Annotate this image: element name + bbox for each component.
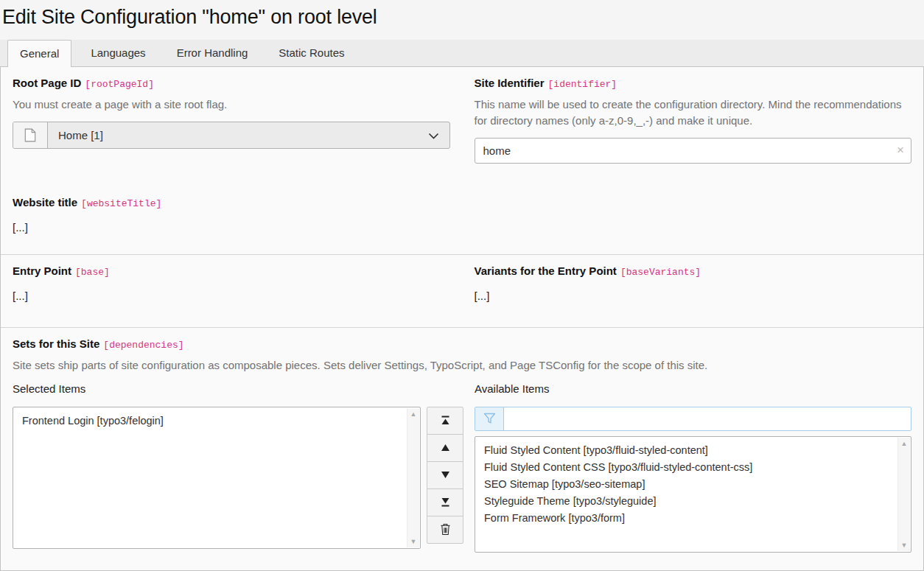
sets-label-text: Sets for this Site [13,337,99,350]
available-item[interactable]: Fluid Styled Content CSS [typo3/fluid-st… [475,459,911,476]
available-items-listbox[interactable]: Fluid Styled Content [typo3/fluid-styled… [475,436,911,553]
selected-item[interactable]: Frontend Login [typo3/felogin] [13,407,420,430]
move-down-button[interactable] [427,461,463,489]
entry-point-code: [base] [75,267,110,278]
entry-point-collapsed: [...] [13,290,450,302]
move-to-top-icon [441,416,450,425]
site-identifier-code: [identifier] [548,79,617,90]
site-identifier-label: Site Identifier[identifier] [475,77,912,90]
scroll-down-icon[interactable]: ▼ [410,538,417,545]
root-page-select[interactable]: Home [1] [13,122,450,149]
delete-button[interactable] [427,516,463,544]
move-to-bottom-button[interactable] [427,488,463,516]
tab-general[interactable]: General [7,40,71,67]
root-page-id-code: [rootPageId] [85,79,154,90]
site-identifier-description: This name will be used to create the con… [475,97,912,129]
trash-icon [440,523,451,536]
website-title-label: Website title[websiteTitle] [13,196,450,209]
available-items-filter-input[interactable] [504,407,911,430]
selected-items-column: Selected Items Frontend Login [typo3/fel… [13,382,421,549]
list-controls-column [427,382,463,544]
tab-error-handling[interactable]: Error Handling [165,40,260,66]
root-page-select-value: Home [1] [58,129,103,141]
scroll-up-icon[interactable]: ▲ [410,410,417,418]
root-page-id-label: Root Page ID[rootPageId] [13,77,450,90]
field-entry-point: Entry Point[base] [...] [13,265,450,318]
move-to-bottom-icon [441,497,450,507]
sets-code: [dependencies] [103,340,183,351]
base-variants-label-text: Variants for the Entry Point [475,265,617,277]
scroll-down-icon[interactable]: ▼ [901,542,908,549]
move-up-button[interactable] [427,434,463,462]
list-control-buttons [427,407,463,544]
website-title-collapsed: [...] [13,221,450,234]
field-site-identifier: Site Identifier[identifier] This name wi… [475,77,912,174]
root-page-id-description: You must create a page with a site root … [13,97,450,113]
available-items-header: Available Items [475,382,911,400]
sets-description: Site sets ship parts of site configurati… [13,357,911,374]
root-page-select-value-row: Home [1] [48,122,449,148]
clear-input-icon[interactable]: × [897,142,904,158]
selected-items-listbox[interactable]: Frontend Login [typo3/felogin] ▲ ▼ [13,407,421,549]
base-variants-code: [baseVariants] [620,267,701,278]
filter-icon [475,407,504,430]
move-to-top-button[interactable] [427,407,463,435]
website-title-label-text: Website title [13,196,77,209]
available-item[interactable]: Styleguide Theme [typo3/styleguide] [475,493,911,510]
site-identifier-input[interactable] [475,138,912,164]
selected-list-scrollbar[interactable]: ▲ ▼ [407,408,419,547]
move-up-icon [441,444,450,452]
sets-label: Sets for this Site[dependencies] [13,337,911,351]
sets-columns: Selected Items Frontend Login [typo3/fel… [13,382,911,553]
available-items-column: Available Items Fluid Styled Content [ty… [475,382,911,553]
base-variants-collapsed: [...] [475,290,912,302]
website-title-code: [websiteTitle] [81,198,161,209]
tab-bar: General Languages Error Handling Static … [0,40,924,67]
available-items-list: Fluid Styled Content [typo3/fluid-styled… [475,437,911,527]
section-sets: Sets for this Site[dependencies] Site se… [1,328,923,570]
page-title: Edit Site Configuration "home" on root l… [0,0,924,40]
available-list-scrollbar[interactable]: ▲ ▼ [897,438,910,551]
field-root-page-id: Root Page ID[rootPageId] You must create… [13,77,450,174]
available-item[interactable]: SEO Sitemap [typo3/seo-sitemap] [475,476,911,493]
tab-static-routes[interactable]: Static Routes [267,40,356,66]
site-identifier-input-wrap: × [475,138,912,164]
section-basic: Root Page ID[rootPageId] You must create… [1,67,923,254]
general-tab-panel: Root Page ID[rootPageId] You must create… [0,67,924,571]
move-down-icon [441,471,450,479]
section-entry-point: Entry Point[base] [...] Variants for the… [1,255,923,327]
available-item[interactable]: Fluid Styled Content [typo3/fluid-styled… [475,442,911,459]
available-items-filter-group [475,407,911,431]
root-page-id-label-text: Root Page ID [13,77,81,89]
field-base-variants: Variants for the Entry Point[baseVariant… [475,265,912,318]
base-variants-label: Variants for the Entry Point[baseVariant… [475,265,912,278]
entry-point-label-text: Entry Point [13,265,71,277]
scroll-up-icon[interactable]: ▲ [901,440,908,447]
chevron-down-icon [428,129,439,141]
field-website-title: Website title[websiteTitle] [...] [13,196,450,245]
page-icon [13,122,48,148]
available-item[interactable]: Form Framework [typo3/form] [475,510,911,527]
selected-items-header: Selected Items [13,382,421,400]
tab-languages[interactable]: Languages [79,40,157,66]
entry-point-label: Entry Point[base] [13,265,450,278]
site-identifier-label-text: Site Identifier [475,77,545,89]
